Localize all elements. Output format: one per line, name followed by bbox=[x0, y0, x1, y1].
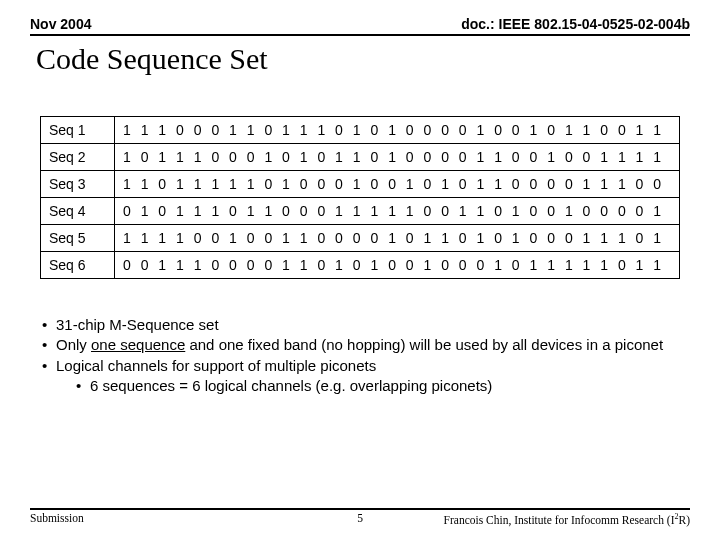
seq-label: Seq 4 bbox=[41, 198, 115, 225]
table-row: Seq 4 0 1 0 1 1 1 0 1 1 0 0 0 1 1 1 1 1 … bbox=[41, 198, 680, 225]
seq-label: Seq 5 bbox=[41, 225, 115, 252]
text-fragment: Francois Chin, Institute for Infocomm Re… bbox=[444, 514, 675, 526]
bullet-list: • 31-chip M-Sequence set • Only one sequ… bbox=[42, 315, 690, 396]
slide-header: Nov 2004 doc.: IEEE 802.15-04-0525-02-00… bbox=[30, 16, 690, 36]
text-fragment: R) bbox=[679, 514, 691, 526]
bullet-marker: • bbox=[42, 335, 56, 355]
seq-bits: 0 1 0 1 1 1 0 1 1 0 0 0 1 1 1 1 1 0 0 1 … bbox=[115, 198, 680, 225]
header-date: Nov 2004 bbox=[30, 16, 91, 32]
slide-footer: Submission 5 Francois Chin, Institute fo… bbox=[30, 508, 690, 526]
bullet-text: 31-chip M-Sequence set bbox=[56, 315, 219, 335]
table-row: Seq 5 1 1 1 1 0 0 1 0 0 1 1 0 0 0 0 1 0 … bbox=[41, 225, 680, 252]
text-fragment: Only bbox=[56, 336, 91, 353]
table-row: Seq 1 1 1 1 0 0 0 1 1 0 1 1 1 0 1 0 1 0 … bbox=[41, 117, 680, 144]
list-item: • Only one sequence and one fixed band (… bbox=[42, 335, 690, 355]
seq-bits: 1 0 1 1 1 0 0 0 1 0 1 0 1 1 0 1 0 0 0 0 … bbox=[115, 144, 680, 171]
seq-label: Seq 2 bbox=[41, 144, 115, 171]
table-row: Seq 6 0 0 1 1 1 0 0 0 0 1 1 0 1 0 1 0 0 … bbox=[41, 252, 680, 279]
seq-bits: 1 1 0 1 1 1 1 1 0 1 0 0 0 1 0 0 1 0 1 0 … bbox=[115, 171, 680, 198]
bullet-marker: • bbox=[76, 376, 90, 396]
bullet-text: 6 sequences = 6 logical channels (e.g. o… bbox=[90, 376, 492, 396]
underlined-text: one sequence bbox=[91, 336, 185, 353]
bullet-text: Logical channels for support of multiple… bbox=[56, 356, 376, 376]
bullet-marker: • bbox=[42, 315, 56, 335]
bullet-marker: • bbox=[42, 356, 56, 376]
bullet-text: Only one sequence and one fixed band (no… bbox=[56, 335, 663, 355]
slide: Nov 2004 doc.: IEEE 802.15-04-0525-02-00… bbox=[0, 0, 720, 540]
list-item: • Logical channels for support of multip… bbox=[42, 356, 690, 376]
list-item: • 6 sequences = 6 logical channels (e.g.… bbox=[76, 376, 690, 396]
seq-bits: 1 1 1 1 0 0 1 0 0 1 1 0 0 0 0 1 0 1 1 0 … bbox=[115, 225, 680, 252]
seq-bits: 1 1 1 0 0 0 1 1 0 1 1 1 0 1 0 1 0 0 0 0 … bbox=[115, 117, 680, 144]
sequence-table: Seq 1 1 1 1 0 0 0 1 1 0 1 1 1 0 1 0 1 0 … bbox=[40, 116, 680, 279]
table-row: Seq 2 1 0 1 1 1 0 0 0 1 0 1 0 1 1 0 1 0 … bbox=[41, 144, 680, 171]
header-docref: doc.: IEEE 802.15-04-0525-02-004b bbox=[461, 16, 690, 32]
text-fragment: and one fixed band (no hopping) will be … bbox=[185, 336, 663, 353]
seq-label: Seq 6 bbox=[41, 252, 115, 279]
seq-bits: 0 0 1 1 1 0 0 0 0 1 1 0 1 0 1 0 0 1 0 0 … bbox=[115, 252, 680, 279]
footer-page-number: 5 bbox=[357, 512, 363, 524]
seq-label: Seq 1 bbox=[41, 117, 115, 144]
seq-label: Seq 3 bbox=[41, 171, 115, 198]
list-item: • 31-chip M-Sequence set bbox=[42, 315, 690, 335]
footer-left: Submission bbox=[30, 512, 84, 526]
table-row: Seq 3 1 1 0 1 1 1 1 1 0 1 0 0 0 1 0 0 1 … bbox=[41, 171, 680, 198]
footer-right: Francois Chin, Institute for Infocomm Re… bbox=[444, 512, 690, 526]
page-title: Code Sequence Set bbox=[30, 42, 690, 76]
